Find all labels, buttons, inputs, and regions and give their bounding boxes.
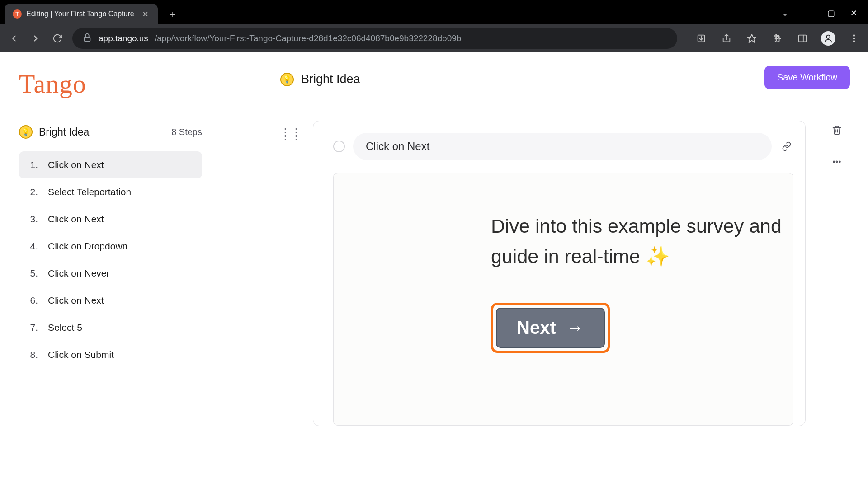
- delete-step-button[interactable]: [830, 123, 844, 137]
- side-panel-icon[interactable]: [796, 32, 809, 45]
- lightbulb-icon: 💡: [280, 73, 294, 86]
- step-label: Click on Never: [48, 268, 110, 279]
- step-count: 8 Steps: [171, 127, 202, 137]
- next-button-label: Next: [517, 318, 556, 338]
- step-number: 3.: [28, 214, 38, 225]
- sidebar: Tango 💡 Bright Idea 8 Steps 1.Click on N…: [0, 52, 217, 488]
- reload-button[interactable]: [51, 32, 64, 45]
- window-maximize-icon[interactable]: ▢: [827, 8, 835, 18]
- step-number: 2.: [28, 187, 38, 197]
- install-icon[interactable]: [694, 32, 708, 45]
- svg-marker-4: [748, 34, 756, 42]
- step-number: 6.: [28, 295, 38, 306]
- step-number: 1.: [28, 160, 38, 170]
- svg-point-13: [839, 161, 840, 163]
- highlight-box: Next →: [491, 303, 610, 353]
- tab-favicon: T: [13, 9, 22, 19]
- url-path: /app/workflow/Your-First-Tango-Capture-d…: [155, 33, 462, 43]
- lock-icon: [82, 33, 92, 44]
- sidebar-step[interactable]: 2.Select Teleportation: [19, 178, 202, 206]
- step-label: Select Teleportation: [48, 187, 131, 197]
- svg-point-9: [854, 38, 855, 39]
- page-title: Bright Idea: [301, 72, 360, 86]
- logo[interactable]: Tango: [19, 69, 202, 99]
- step-title-input[interactable]: [353, 133, 772, 160]
- step-label: Click on Submit: [48, 349, 114, 360]
- browser-tab[interactable]: T Editing | Your First Tango Capture ✕: [5, 4, 158, 24]
- svg-point-8: [854, 35, 855, 36]
- step-number: 7.: [28, 322, 38, 333]
- link-icon[interactable]: [780, 140, 793, 153]
- step-number: 5.: [28, 268, 38, 279]
- save-workflow-button[interactable]: Save Workflow: [764, 66, 850, 89]
- lightbulb-icon: 💡: [19, 125, 33, 139]
- kebab-menu-icon[interactable]: [847, 32, 861, 45]
- svg-point-11: [833, 161, 835, 163]
- step-number: 4.: [28, 241, 38, 252]
- svg-rect-5: [799, 35, 807, 42]
- share-icon[interactable]: [720, 32, 733, 45]
- sidebar-step[interactable]: 6.Click on Next: [19, 287, 202, 314]
- svg-point-10: [854, 41, 855, 42]
- back-button[interactable]: [7, 32, 21, 45]
- step-label: Click on Dropdown: [48, 241, 127, 252]
- tab-close-icon[interactable]: ✕: [142, 10, 150, 18]
- svg-rect-0: [85, 37, 90, 41]
- forward-button[interactable]: [29, 32, 42, 45]
- browser-toolbar: app.tango.us/app/workflow/Your-First-Tan…: [0, 24, 868, 52]
- step-label: Click on Next: [48, 160, 104, 170]
- sidebar-step[interactable]: 5.Click on Never: [19, 260, 202, 287]
- address-bar[interactable]: app.tango.us/app/workflow/Your-First-Tan…: [72, 28, 677, 49]
- bookmark-star-icon[interactable]: [745, 32, 759, 45]
- extensions-icon[interactable]: [770, 32, 784, 45]
- step-card: Dive into this example survey and guide …: [313, 121, 806, 426]
- step-label: Click on Next: [48, 214, 104, 225]
- step-label: Click on Next: [48, 295, 104, 306]
- screenshot-text-line1: Dive into this example survey and: [491, 215, 782, 237]
- arrow-right-icon: →: [566, 318, 584, 338]
- svg-point-7: [826, 35, 830, 38]
- sidebar-step[interactable]: 1.Click on Next: [19, 151, 202, 178]
- dropdown-caret-icon[interactable]: ⌄: [782, 8, 788, 18]
- main-panel: Save Workflow 💡 Bright Idea ⋮⋮⋮⋮: [217, 52, 868, 488]
- window-minimize-icon[interactable]: —: [804, 9, 812, 18]
- sidebar-step[interactable]: 4.Click on Dropdown: [19, 233, 202, 260]
- new-tab-button[interactable]: ＋: [165, 6, 180, 22]
- browser-tab-strip: T Editing | Your First Tango Capture ✕ ＋…: [0, 0, 868, 24]
- window-close-icon[interactable]: ✕: [850, 8, 857, 18]
- workflow-title: Bright Idea: [39, 126, 89, 138]
- drag-handle-icon[interactable]: ⋮⋮⋮⋮: [280, 131, 302, 138]
- url-host: app.tango.us: [99, 33, 148, 43]
- svg-point-12: [836, 161, 838, 163]
- screenshot-text-line2: guide in real-time ✨: [491, 245, 670, 267]
- step-screenshot: Dive into this example survey and guide …: [333, 173, 793, 426]
- workflow-header: 💡 Bright Idea 8 Steps: [19, 125, 202, 139]
- step-marker-icon: [333, 141, 345, 152]
- step-number: 8.: [28, 349, 38, 360]
- step-label: Select 5: [48, 322, 82, 333]
- more-options-icon[interactable]: [830, 155, 844, 169]
- step-list: 1.Click on Next2.Select Teleportation3.C…: [19, 151, 202, 368]
- sidebar-step[interactable]: 3.Click on Next: [19, 206, 202, 233]
- sidebar-step[interactable]: 8.Click on Submit: [19, 341, 202, 368]
- captured-next-button: Next →: [496, 308, 605, 348]
- sidebar-step[interactable]: 7.Select 5: [19, 314, 202, 341]
- tab-title: Editing | Your First Tango Capture: [26, 10, 134, 18]
- profile-avatar-icon[interactable]: [821, 31, 835, 46]
